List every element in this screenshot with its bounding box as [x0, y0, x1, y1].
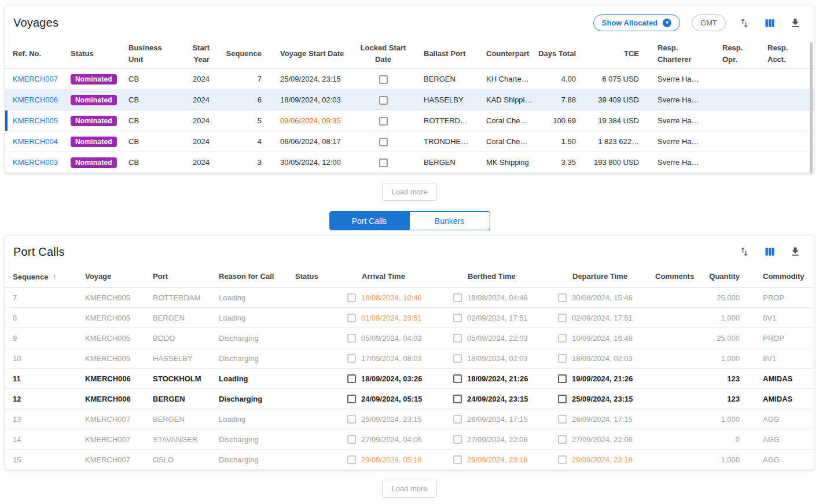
departure-time-checkbox[interactable] — [558, 415, 567, 424]
berthed-time-checkbox[interactable] — [453, 455, 462, 464]
arrival-time-checkbox[interactable] — [347, 455, 356, 464]
columns-icon[interactable] — [763, 245, 777, 259]
arrival-time-checkbox[interactable] — [347, 374, 356, 383]
column-header-commodity[interactable]: Commodity — [745, 271, 806, 282]
column-header-days-total[interactable]: Days Total — [538, 48, 582, 60]
port-call-row[interactable]: 8KMERCH005BERGENLoading01/09/2024, 23:51… — [5, 308, 814, 328]
port-call-row[interactable]: 12KMERCH006BERGENDischarging24/09/2024, … — [5, 389, 814, 409]
column-header-resp-opr[interactable]: Resp. Opr. — [717, 42, 762, 65]
arrival-time-checkbox[interactable] — [347, 293, 356, 302]
arrival-time-checkbox[interactable] — [347, 354, 356, 363]
column-header-quantity[interactable]: Quantity — [702, 271, 745, 282]
berthed-time-checkbox[interactable] — [453, 415, 462, 424]
departure-time-checkbox[interactable] — [558, 314, 567, 322]
column-header-business-unit[interactable]: Business Unit — [128, 42, 183, 65]
voyage-ref-link[interactable]: KMERCH006 — [13, 95, 58, 104]
column-header-voyage[interactable]: Voyage — [85, 271, 153, 282]
column-header-berthed-time[interactable]: Berthed Time — [453, 271, 558, 282]
sequence-cell: 14 — [13, 435, 85, 444]
port-call-row[interactable]: 15KMERCH007OSLODischarging29/09/2024, 05… — [5, 450, 814, 470]
voyage-ref-link[interactable]: KMERCH003 — [13, 158, 58, 167]
column-header-start-year[interactable]: Start Year — [183, 42, 215, 65]
column-header-resp-charterer[interactable]: Resp. Charterer — [652, 42, 717, 65]
column-header-voyage-start-date[interactable]: Voyage Start Date — [267, 48, 360, 60]
locked-start-date-checkbox[interactable] — [379, 138, 388, 146]
berthed-time-checkbox[interactable] — [453, 435, 462, 444]
departure-time-checkbox[interactable] — [558, 354, 567, 363]
voyage-row[interactable]: KMERCH006NominatedCB2024618/09/2024, 02:… — [5, 90, 814, 111]
column-header-counterpart[interactable]: Counterpart — [475, 48, 538, 60]
columns-icon[interactable] — [763, 16, 777, 30]
berthed-time-checkbox[interactable] — [453, 293, 462, 302]
column-header-arrival-time[interactable]: Arrival Time — [347, 271, 453, 282]
tab-port-calls[interactable]: Port Calls — [329, 211, 410, 230]
port-calls-load-more-button[interactable]: Load more — [382, 480, 436, 498]
departure-time-checkbox[interactable] — [558, 293, 567, 302]
column-header-sequence[interactable]: Sequence↑ — [13, 271, 85, 283]
berthed-time-checkbox[interactable] — [453, 354, 462, 363]
ballast-port-cell: HASSELBY — [412, 95, 475, 104]
reason-for-call-cell: Discharging — [219, 435, 295, 444]
port-call-row[interactable]: 10KMERCH005HASSELBYDischarging17/09/2024… — [5, 348, 814, 369]
berthed-time-checkbox[interactable] — [453, 395, 462, 403]
vertical-scrollbar[interactable] — [810, 42, 813, 173]
departure-time-cell: 10/09/2024, 16:48 — [558, 334, 655, 343]
time-value: 05/09/2024, 04:03 — [361, 334, 422, 343]
berthed-time-checkbox[interactable] — [453, 314, 462, 322]
column-header-ref-no[interactable]: Ref. No. — [13, 48, 71, 60]
voyage-row[interactable]: KMERCH004NominatedCB2024406/06/2024, 08:… — [5, 131, 814, 152]
arrival-time-checkbox[interactable] — [347, 415, 356, 424]
arrival-time-checkbox[interactable] — [347, 395, 356, 403]
column-header-comments[interactable]: Comments — [655, 271, 702, 282]
voyages-load-more-button[interactable]: Load more — [382, 183, 436, 201]
voyage-row[interactable]: KMERCH007NominatedCB2024725/09/2024, 23:… — [5, 69, 814, 90]
departure-time-checkbox[interactable] — [558, 334, 567, 343]
voyage-ref-link[interactable]: KMERCH007 — [13, 75, 58, 83]
download-icon[interactable] — [788, 245, 802, 259]
port-call-row[interactable]: 9KMERCH005BODODischarging05/09/2024, 04:… — [5, 328, 814, 348]
berthed-time-checkbox[interactable] — [453, 334, 462, 343]
arrival-time-cell: 17/09/2024, 08:03 — [347, 354, 453, 363]
port-call-row[interactable]: 11KMERCH006STOCKHOLMLoading18/09/2024, 0… — [5, 369, 814, 389]
column-header-sequence[interactable]: Sequence — [215, 48, 267, 60]
download-icon[interactable] — [788, 16, 802, 30]
voyage-row[interactable]: KMERCH003NominatedCB2024330/05/2024, 12:… — [5, 152, 814, 173]
locked-start-date-checkbox[interactable] — [379, 159, 388, 167]
locked-start-date-checkbox[interactable] — [379, 117, 388, 126]
column-header-locked-start-date[interactable]: Locked Start Date — [360, 42, 412, 65]
column-header-ballast-port[interactable]: Ballast Port — [412, 48, 475, 60]
sort-icon[interactable] — [737, 245, 751, 259]
departure-time-checkbox[interactable] — [558, 455, 567, 464]
berthed-time-checkbox[interactable] — [453, 374, 462, 383]
column-header-status[interactable]: Status — [71, 48, 128, 60]
port-call-row[interactable]: 14KMERCH007STAVANGERDischarging27/09/202… — [5, 429, 814, 450]
time-value: 18/09/2024, 02:03 — [572, 354, 633, 363]
locked-start-date-checkbox[interactable] — [379, 96, 388, 105]
sequence-cell: 13 — [13, 415, 85, 424]
voyage-row[interactable]: KMERCH005NominatedCB2024509/06/2024, 09:… — [5, 111, 814, 131]
reason-for-call-cell: Discharging — [219, 455, 295, 464]
timezone-button[interactable]: GMT — [692, 14, 726, 31]
column-header-status[interactable]: Status — [295, 271, 347, 282]
show-allocated-dropdown[interactable]: Show Allocated ▾ — [593, 14, 680, 31]
port-call-row[interactable]: 13KMERCH007BERGENLoading25/09/2024, 23:1… — [5, 409, 814, 429]
column-header-departure-time[interactable]: Departure Time — [558, 271, 655, 282]
sort-icon[interactable] — [737, 16, 751, 30]
port-calls-load-more-row: Load more — [0, 480, 819, 498]
column-header-tce[interactable]: TCE — [582, 48, 652, 60]
arrival-time-checkbox[interactable] — [347, 314, 356, 322]
column-header-resp-acct[interactable]: Resp. Acct. — [762, 42, 807, 65]
column-header-reason-for-call[interactable]: Reason for Call — [219, 271, 295, 282]
column-header-port[interactable]: Port — [153, 271, 219, 282]
locked-start-date-checkbox[interactable] — [379, 75, 388, 84]
tab-bunkers[interactable]: Bunkers — [410, 211, 490, 230]
departure-time-checkbox[interactable] — [558, 395, 567, 403]
departure-time-checkbox[interactable] — [558, 374, 567, 383]
arrival-time-checkbox[interactable] — [347, 435, 356, 444]
arrival-time-checkbox[interactable] — [347, 334, 356, 343]
port-call-row[interactable]: 7KMERCH005ROTTERDAMLoading18/08/2024, 10… — [5, 288, 814, 308]
start-year-cell: 2024 — [183, 116, 215, 125]
voyage-ref-link[interactable]: KMERCH004 — [13, 137, 58, 146]
departure-time-checkbox[interactable] — [558, 435, 567, 444]
voyage-ref-link[interactable]: KMERCH005 — [13, 116, 58, 125]
